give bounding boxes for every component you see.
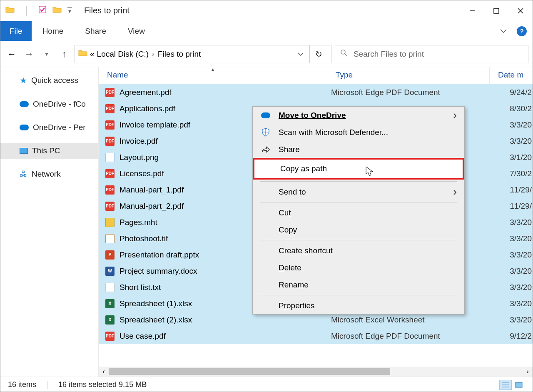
search-input[interactable]: Search Files to print bbox=[335, 45, 528, 63]
sidebar-item-onedrive[interactable]: OneDrive - Per bbox=[0, 120, 98, 135]
ctx-separator bbox=[260, 295, 457, 295]
file-name: Spreadsheet (2).xlsx bbox=[120, 315, 192, 325]
ctx-label: Create shortcut bbox=[279, 246, 333, 255]
ctx-delete[interactable]: Delete bbox=[253, 259, 464, 276]
file-date: 3/3/20 bbox=[489, 315, 533, 325]
file-name: Licenses.pdf bbox=[120, 169, 164, 178]
up-button[interactable]: ↑ bbox=[57, 47, 71, 61]
help-button[interactable]: ? bbox=[514, 24, 529, 39]
file-date: 3/3/20 bbox=[489, 234, 533, 243]
ctx-copy[interactable]: Copy bbox=[253, 221, 464, 238]
file-name: Pages.mht bbox=[120, 218, 157, 227]
ctx-label: Share bbox=[279, 145, 300, 154]
details-view-icon[interactable] bbox=[499, 380, 512, 390]
folder-icon bbox=[78, 49, 87, 59]
file-date: 3/3/20 bbox=[489, 120, 533, 130]
sidebar-item-label: This PC bbox=[32, 146, 60, 155]
column-date[interactable]: Date m bbox=[489, 67, 533, 84]
file-date: 9/24/2 bbox=[489, 88, 533, 97]
scroll-thumb[interactable] bbox=[109, 368, 390, 375]
thumbnails-view-icon[interactable] bbox=[513, 380, 525, 390]
column-type[interactable]: Type bbox=[327, 67, 489, 84]
file-date: 7/30/2 bbox=[489, 169, 533, 178]
maximize-button[interactable] bbox=[484, 2, 508, 19]
ctx-label: Properties bbox=[279, 301, 315, 310]
tab-home[interactable]: Home bbox=[32, 21, 75, 41]
file-name: Applications.pdf bbox=[120, 104, 175, 113]
ctx-create-shortcut[interactable]: Create shortcut bbox=[253, 242, 464, 259]
svg-rect-10 bbox=[516, 382, 522, 387]
close-button[interactable] bbox=[508, 2, 533, 19]
back-button[interactable]: ← bbox=[5, 47, 19, 61]
file-name: Layout.png bbox=[120, 153, 159, 162]
column-name[interactable]: Name▴ bbox=[99, 67, 327, 84]
scroll-left-icon[interactable]: ‹ bbox=[99, 367, 109, 377]
txt-file-icon bbox=[105, 283, 115, 292]
title-bar: ▼ Files to print bbox=[0, 0, 533, 21]
ctx-label: Scan with Microsoft Defender... bbox=[279, 128, 388, 137]
ctx-copy-as-path[interactable]: Copy as path bbox=[253, 158, 464, 180]
file-type: Microsoft Excel Worksheet bbox=[327, 315, 489, 325]
breadcrumb-prefix: « bbox=[90, 50, 95, 59]
svg-line-6 bbox=[345, 54, 347, 56]
address-dropdown-icon[interactable] bbox=[294, 52, 307, 56]
expand-ribbon-icon[interactable] bbox=[496, 24, 511, 39]
ctx-label: Cut bbox=[279, 208, 291, 217]
file-row[interactable]: PDFUse case.pdfMicrosoft Edge PDF Docume… bbox=[99, 328, 533, 344]
qat-divider bbox=[26, 6, 27, 16]
refresh-button[interactable]: ↻ bbox=[309, 45, 328, 63]
context-menu: Move to OneDrive › Scan with Microsoft D… bbox=[252, 106, 465, 315]
submenu-arrow-icon: › bbox=[453, 109, 457, 122]
tab-view[interactable]: View bbox=[117, 21, 156, 41]
scroll-right-icon[interactable]: › bbox=[523, 367, 533, 377]
breadcrumb-separator-icon[interactable]: › bbox=[152, 50, 154, 58]
pdf-file-icon: PDF bbox=[105, 169, 115, 178]
file-date: 3/3/20 bbox=[489, 250, 533, 260]
file-date: 3/3/20 bbox=[489, 267, 533, 276]
file-row[interactable]: PDFAgreement.pdfMicrosoft Edge PDF Docum… bbox=[99, 84, 533, 100]
pdf-file-icon: PDF bbox=[105, 137, 115, 146]
sidebar-item-label: OneDrive - fCo bbox=[33, 100, 86, 109]
minimize-button[interactable] bbox=[460, 2, 484, 19]
horizontal-scrollbar[interactable]: ‹ › bbox=[99, 367, 533, 377]
ctx-move-to-onedrive[interactable]: Move to OneDrive › bbox=[253, 107, 464, 124]
address-bar[interactable]: « Local Disk (C:) › Files to print ↻ bbox=[75, 45, 331, 63]
sidebar-item-label: Quick access bbox=[31, 76, 78, 85]
file-name: Project summary.docx bbox=[120, 267, 197, 276]
qat-dropdown-icon[interactable]: ▼ bbox=[67, 7, 72, 14]
ctx-share[interactable]: Share bbox=[253, 141, 464, 158]
sidebar-item-quick-access[interactable]: ★Quick access bbox=[0, 72, 98, 89]
sidebar-item-onedrive[interactable]: OneDrive - fCo bbox=[0, 96, 98, 112]
ctx-cut[interactable]: Cut bbox=[253, 204, 464, 221]
ctx-scan-defender[interactable]: Scan with Microsoft Defender... bbox=[253, 124, 464, 141]
status-item-count: 16 items bbox=[8, 380, 36, 389]
window-title: Files to print bbox=[84, 6, 130, 15]
pdf-file-icon: PDF bbox=[105, 202, 115, 211]
xlsx-file-icon: X bbox=[105, 315, 115, 325]
new-folder-qat-icon[interactable] bbox=[52, 6, 62, 15]
sidebar-item-this-pc[interactable]: This PC bbox=[0, 143, 98, 159]
svg-rect-0 bbox=[39, 6, 46, 13]
file-date: 3/3/20 bbox=[489, 283, 533, 292]
ctx-properties[interactable]: Properties bbox=[253, 297, 464, 314]
breadcrumb-segment[interactable]: Local Disk (C:) bbox=[97, 50, 149, 59]
ctx-send-to[interactable]: Send to › bbox=[253, 183, 464, 200]
breadcrumb-segment[interactable]: Files to print bbox=[158, 50, 201, 59]
svg-rect-2 bbox=[494, 8, 499, 13]
scroll-track[interactable] bbox=[109, 368, 523, 375]
recent-locations-icon[interactable]: ▼ bbox=[40, 47, 54, 61]
folder-icon bbox=[5, 6, 15, 15]
file-tab[interactable]: File bbox=[0, 21, 32, 41]
svg-point-5 bbox=[341, 50, 345, 54]
properties-qat-icon[interactable] bbox=[38, 5, 47, 16]
pdf-file-icon: PDF bbox=[105, 120, 115, 130]
sidebar-item-network[interactable]: 🖧Network bbox=[0, 166, 98, 182]
status-bar: 16 items 16 items selected 9.15 MB bbox=[0, 377, 533, 392]
file-name: Photoshoot.tif bbox=[120, 234, 168, 243]
sidebar-item-label: OneDrive - Per bbox=[33, 123, 86, 132]
file-name: Agreement.pdf bbox=[120, 88, 172, 97]
ctx-rename[interactable]: Rename bbox=[253, 276, 464, 293]
search-icon bbox=[340, 49, 348, 59]
tab-share[interactable]: Share bbox=[74, 21, 117, 41]
forward-button: → bbox=[22, 47, 36, 61]
